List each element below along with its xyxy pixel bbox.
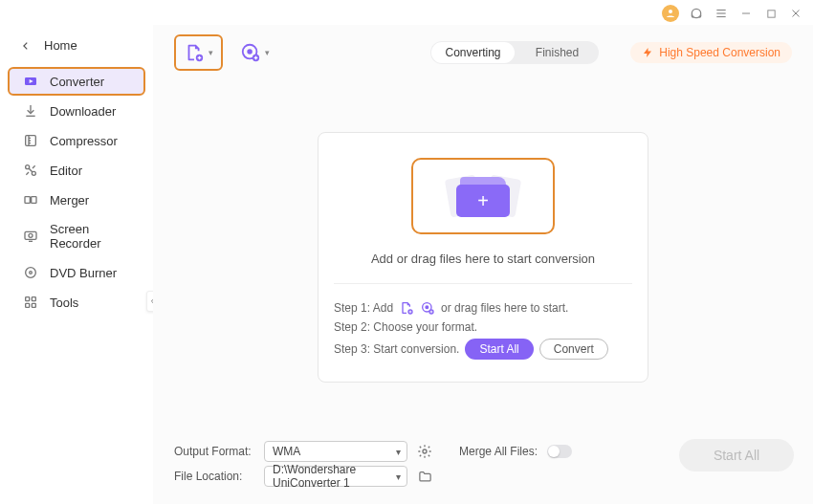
lightning-icon (642, 47, 653, 58)
add-file-icon (184, 42, 205, 63)
dropzone-card: + Add or drag files here to start conver… (318, 132, 648, 383)
sidebar-item-label: Converter (50, 75, 104, 89)
sidebar-item-label: Tools (50, 296, 78, 310)
output-format-value: WMA (273, 445, 300, 458)
user-avatar[interactable] (662, 5, 679, 22)
sidebar-item-label: Editor (50, 164, 82, 178)
dropzone-text: Add or drag files here to start conversi… (334, 252, 632, 266)
svg-point-51 (423, 449, 427, 453)
status-tabs: Converting Finished (430, 41, 599, 64)
add-disc-icon (240, 42, 261, 63)
svg-rect-23 (32, 197, 36, 204)
sidebar-item-editor[interactable]: Editor (8, 156, 145, 185)
steps-guide: Step 1: Add or drag files here to start.… (334, 283, 632, 360)
chevron-down-icon: ▾ (209, 48, 213, 57)
step-3: Step 3: Start conversion. Start All Conv… (334, 339, 632, 360)
sidebar-item-label: Downloader (50, 104, 116, 119)
output-format-select[interactable]: WMA (264, 441, 407, 462)
screen-recorder-icon (23, 229, 38, 244)
step-1-text-a: Step 1: Add (334, 301, 393, 315)
step-3-text: Step 3: Start conversion. (334, 342, 459, 356)
tab-converting[interactable]: Converting (431, 42, 515, 63)
svg-rect-30 (26, 297, 30, 301)
open-folder-button[interactable] (417, 470, 432, 484)
folder-plus-icon: + (456, 177, 510, 215)
svg-point-29 (30, 272, 33, 274)
main-panel: ▾ ▾ Converting Finished High Speed Conve… (153, 25, 813, 504)
step-1-text-b: or drag files here to start. (441, 301, 568, 315)
close-button[interactable] (788, 6, 803, 21)
svg-point-26 (29, 233, 33, 237)
convert-small-button[interactable]: Convert (539, 339, 608, 360)
file-location-value: D:\Wondershare UniConverter 1 (273, 463, 387, 490)
merge-all-files-label: Merge All Files: (459, 445, 538, 458)
downloader-icon (23, 103, 38, 119)
svg-point-0 (669, 10, 672, 13)
folder-icon (418, 470, 432, 484)
step-2: Step 2: Choose your format. (334, 320, 632, 334)
step-2-text: Step 2: Choose your format. (334, 320, 477, 334)
svg-point-38 (248, 50, 252, 54)
sidebar: Home Converter Downloader Compressor (0, 25, 153, 504)
tools-icon (23, 295, 38, 310)
app-body: Home Converter Downloader Compressor (0, 25, 813, 504)
sidebar-item-downloader[interactable]: Downloader (8, 97, 145, 125)
svg-line-20 (26, 172, 29, 175)
sidebar-item-merger[interactable]: Merger (8, 186, 145, 214)
support-icon[interactable] (689, 6, 704, 21)
output-settings-button[interactable] (417, 444, 432, 459)
gear-icon (417, 444, 432, 459)
file-location-label: File Location: (174, 470, 254, 483)
add-source-buttons: ▾ ▾ (174, 34, 277, 71)
file-location-select[interactable]: D:\Wondershare UniConverter 1 (264, 466, 407, 487)
compressor-icon (23, 133, 38, 148)
svg-marker-42 (644, 48, 651, 57)
svg-rect-6 (767, 10, 774, 16)
merge-all-files-toggle[interactable] (547, 445, 572, 458)
svg-line-21 (33, 165, 35, 168)
maximize-button[interactable] (763, 6, 779, 21)
minimize-button[interactable] (738, 6, 754, 21)
sidebar-item-compressor[interactable]: Compressor (8, 126, 145, 155)
editor-icon (23, 163, 38, 178)
add-disc-icon (420, 300, 435, 316)
merger-icon (23, 192, 38, 208)
titlebar (0, 0, 813, 25)
back-icon (21, 41, 31, 51)
dvd-burner-icon (23, 265, 38, 280)
step-1: Step 1: Add or drag files here to start. (334, 300, 632, 316)
add-file-button[interactable]: ▾ (174, 34, 223, 71)
output-format-label: Output Format: (174, 445, 254, 458)
sidebar-item-tools[interactable]: Tools (8, 288, 145, 317)
start-all-small-button[interactable]: Start All (465, 339, 533, 360)
user-icon (665, 8, 676, 19)
sidebar-item-label: DVD Burner (50, 266, 117, 280)
sidebar-item-screen-recorder[interactable]: Screen Recorder (8, 215, 145, 257)
sidebar-item-dvd-burner[interactable]: DVD Burner (8, 258, 145, 287)
add-dvd-button[interactable]: ▾ (232, 34, 277, 71)
svg-rect-33 (32, 303, 35, 307)
tab-finished[interactable]: Finished (516, 41, 599, 64)
svg-line-19 (29, 168, 33, 172)
home-button[interactable]: Home (0, 33, 153, 66)
chevron-down-icon: ▾ (265, 48, 270, 57)
svg-rect-32 (26, 303, 30, 307)
home-label: Home (44, 38, 77, 53)
high-speed-conversion-button[interactable]: High Speed Conversion (630, 42, 792, 63)
sidebar-item-label: Merger (50, 193, 89, 208)
add-file-icon (399, 300, 414, 316)
converter-icon (23, 74, 38, 89)
sidebar-item-converter[interactable]: Converter (8, 67, 145, 96)
svg-point-1 (692, 9, 700, 17)
high-speed-label: High Speed Conversion (659, 46, 780, 59)
menu-icon[interactable] (714, 6, 729, 21)
svg-point-28 (26, 268, 36, 278)
toolbar: ▾ ▾ Converting Finished High Speed Conve… (168, 25, 798, 77)
svg-rect-22 (25, 197, 30, 204)
add-files-dropzone[interactable]: + (411, 158, 555, 234)
svg-rect-31 (32, 297, 35, 301)
sidebar-item-label: Compressor (50, 134, 118, 148)
svg-point-47 (426, 306, 428, 309)
start-all-button[interactable]: Start All (679, 439, 794, 471)
svg-rect-25 (25, 231, 36, 239)
